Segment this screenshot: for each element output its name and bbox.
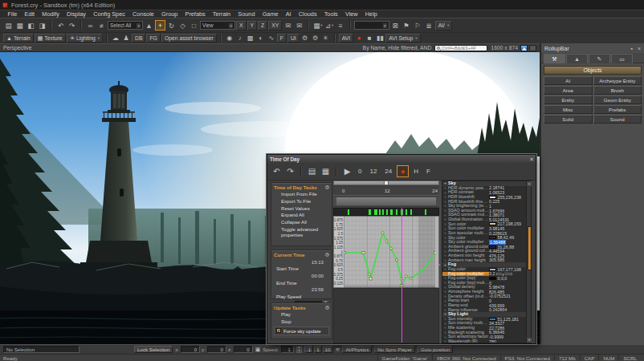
keyframe-tick[interactable]: [396, 209, 397, 215]
speed-preset-button[interactable]: .1: [304, 346, 313, 353]
keyframe-tick[interactable]: [391, 209, 393, 215]
menu-item[interactable]: File: [4, 10, 21, 18]
current-time-value[interactable]: 15:13: [271, 258, 332, 266]
param-row[interactable]: ∿Wavelength (R)780: [442, 339, 526, 343]
scale-tool-icon[interactable]: ◇: [177, 20, 188, 30]
menu-item[interactable]: Display: [63, 10, 89, 18]
axis-z-button[interactable]: Z: [258, 21, 267, 30]
speed-preset-button[interactable]: 1: [314, 346, 321, 353]
tab-modelling[interactable]: ✎: [589, 54, 610, 63]
scrollbar-thumb[interactable]: [528, 226, 532, 270]
screenshot-icon[interactable]: [520, 45, 528, 51]
axis-y-button[interactable]: Y: [247, 21, 258, 30]
timeline-scrollbar[interactable]: [333, 197, 439, 206]
grid-snap-icon[interactable]: ▦▾: [312, 20, 323, 30]
menu-item[interactable]: Edit: [21, 10, 39, 18]
color-swatch[interactable]: [489, 277, 496, 280]
color-swatch[interactable]: [489, 245, 496, 249]
help-icon[interactable]: ?: [325, 306, 329, 310]
expander-icon[interactable]: ▪: [442, 312, 448, 316]
avi-setup-button[interactable]: AVI Setup▾: [385, 34, 420, 43]
navigation-icon[interactable]: ◉: [225, 34, 234, 43]
named-selection-dropdown[interactable]: ▾: [354, 21, 389, 30]
params-scrollbar[interactable]: ▲ ▼: [526, 181, 531, 343]
undo-icon[interactable]: ↶: [55, 20, 66, 30]
menu-item[interactable]: Config Spec: [90, 10, 129, 18]
tod-titlebar[interactable]: Time Of Day ×: [267, 155, 536, 163]
angle-snap-icon[interactable]: ⊿▾: [324, 20, 335, 30]
ai-debug-icon[interactable]: ⚐: [413, 20, 423, 30]
keyframe-tick[interactable]: [374, 209, 376, 215]
time-0-button[interactable]: 0: [355, 167, 365, 176]
link-icon[interactable]: ∞: [85, 20, 96, 30]
mixer-icon[interactable]: ▩: [246, 34, 255, 43]
task-link[interactable]: Expand All: [271, 212, 332, 219]
stop-icon[interactable]: ■: [365, 34, 374, 43]
help-icon[interactable]: ?: [325, 185, 329, 189]
ui-emulator-button[interactable]: UI: [287, 34, 300, 43]
tools-icon[interactable]: ⚙: [311, 34, 320, 43]
color-swatch[interactable]: [489, 236, 496, 239]
object-type-button[interactable]: Prefabs: [593, 105, 642, 114]
search-input[interactable]: [442, 46, 485, 51]
expander-icon[interactable]: ▪: [442, 181, 448, 185]
unlink-icon[interactable]: ≠: [96, 20, 107, 30]
param-value[interactable]: 780: [489, 339, 496, 343]
value-slider[interactable]: [496, 273, 512, 276]
zoom-notch[interactable]: [384, 180, 389, 185]
curve-plot[interactable]: 1.8751.751.6251.51.3751.251.12510.8750.7…: [333, 216, 439, 288]
timeline-zoom-handle[interactable]: [333, 180, 439, 185]
speed-preset-button[interactable]: 10: [323, 346, 333, 353]
color-swatch[interactable]: [489, 196, 496, 199]
color-swatch[interactable]: [489, 268, 496, 271]
task-link[interactable]: Reset Values: [271, 205, 332, 213]
pin-icon[interactable]: ▪: [630, 46, 632, 51]
menu-item[interactable]: Modify: [39, 10, 63, 18]
object-filter-box[interactable]: [434, 45, 487, 51]
end-time-value[interactable]: 23:59: [271, 286, 332, 293]
export-terrain-icon[interactable]: ◨: [37, 20, 47, 30]
menu-item[interactable]: Help: [361, 10, 381, 18]
close-icon[interactable]: ×: [530, 156, 533, 162]
axis-x-button[interactable]: X: [236, 21, 247, 30]
menu-item[interactable]: AI: [282, 10, 295, 18]
object-type-button[interactable]: Brush: [593, 86, 642, 95]
object-type-button[interactable]: Area: [544, 86, 593, 95]
avi-button[interactable]: AVI: [339, 34, 353, 43]
help-icon[interactable]: ?: [325, 253, 329, 257]
snap-terrain-icon[interactable]: ✉: [294, 20, 304, 30]
ruler-icon[interactable]: ≡: [336, 20, 346, 30]
physics-sync-icon[interactable]: ≋: [336, 347, 340, 353]
task-link[interactable]: Import From File: [271, 191, 332, 198]
keyframe-tick[interactable]: [425, 209, 426, 215]
menu-item[interactable]: Terrain: [209, 10, 234, 18]
coords-dropdown[interactable]: View▾: [200, 21, 235, 30]
rotate-tool-icon[interactable]: ↻: [166, 20, 177, 30]
flow-graph-button[interactable]: FG: [146, 34, 160, 43]
clear-selection-icon[interactable]: ⊠: [390, 20, 401, 30]
particles-icon[interactable]: ✳: [321, 34, 331, 43]
settings-icon[interactable]: ⚙: [300, 34, 310, 43]
close-icon[interactable]: ×: [638, 46, 641, 51]
undo-icon[interactable]: ↶: [271, 165, 283, 177]
move-tool-icon[interactable]: +: [155, 20, 165, 30]
goto-position-button[interactable]: Goto position: [418, 346, 453, 353]
menu-item[interactable]: Tools: [320, 10, 341, 18]
lock-selection-button[interactable]: Lock Selection: [134, 346, 173, 353]
terrain-button[interactable]: ▲Terrain: [3, 34, 34, 43]
timeline-ruler[interactable]: 0 12 24: [333, 187, 439, 196]
keyframe-tick[interactable]: [386, 209, 388, 215]
coord-field[interactable]: 0: [181, 346, 200, 353]
lighting-button[interactable]: ☀Lighting▾: [67, 34, 103, 43]
time-12-button[interactable]: 12: [366, 167, 380, 176]
scroll-up-icon[interactable]: ▲: [527, 181, 532, 186]
checkbox-checked-icon[interactable]: ✓: [276, 328, 281, 333]
tab-objects[interactable]: ⚒: [544, 54, 565, 63]
menu-item[interactable]: Game: [259, 10, 282, 18]
axis-xy-button[interactable]: XY: [268, 21, 282, 30]
pause-icon[interactable]: ▮▮: [375, 34, 385, 43]
task-link[interactable]: Export To File: [271, 198, 332, 205]
tab-display[interactable]: ▭: [611, 54, 633, 63]
follow-terrain-icon[interactable]: ✉: [283, 20, 293, 30]
database-view-button[interactable]: DB: [132, 34, 145, 43]
